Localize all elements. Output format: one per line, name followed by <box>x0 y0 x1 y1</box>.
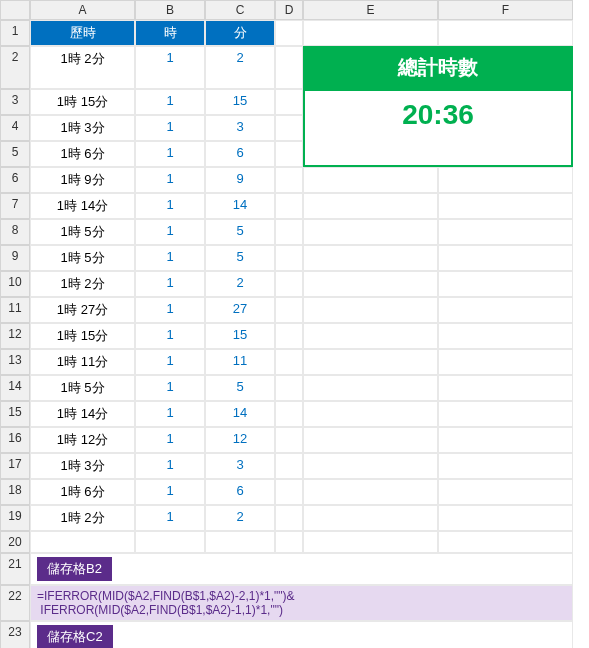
cell-hour[interactable]: 1 <box>135 453 205 479</box>
col-header[interactable]: A <box>30 0 135 20</box>
row-header[interactable]: 10 <box>0 271 30 297</box>
cell-hour[interactable]: 1 <box>135 349 205 375</box>
row-header[interactable]: 9 <box>0 245 30 271</box>
cell-elapsed[interactable]: 1時 5分 <box>30 219 135 245</box>
cell-minute[interactable]: 3 <box>205 115 275 141</box>
row-header[interactable]: 1 <box>0 20 30 46</box>
cell-minute[interactable]: 5 <box>205 245 275 271</box>
col-header[interactable]: D <box>275 0 303 20</box>
cell-minute[interactable]: 5 <box>205 219 275 245</box>
cell-hour[interactable]: 1 <box>135 193 205 219</box>
cell-minute[interactable]: 5 <box>205 375 275 401</box>
cell-minute[interactable]: 6 <box>205 141 275 167</box>
row-header[interactable]: 20 <box>0 531 30 553</box>
cell-hour[interactable]: 1 <box>135 375 205 401</box>
cell-hour[interactable]: 1 <box>135 271 205 297</box>
row-header[interactable]: 21 <box>0 553 30 585</box>
header-hour[interactable]: 時 <box>135 20 205 46</box>
cell-elapsed[interactable]: 1時 11分 <box>30 349 135 375</box>
cell-elapsed[interactable]: 1時 9分 <box>30 167 135 193</box>
cell-elapsed[interactable]: 1時 12分 <box>30 427 135 453</box>
cell-elapsed[interactable]: 1時 5分 <box>30 245 135 271</box>
cell-hour[interactable]: 1 <box>135 401 205 427</box>
cell-elapsed[interactable]: 1時 6分 <box>30 141 135 167</box>
cell-hour[interactable]: 1 <box>135 479 205 505</box>
cell-hour[interactable]: 1 <box>135 323 205 349</box>
total-label[interactable]: 總計時數 <box>303 46 573 89</box>
header-minute[interactable]: 分 <box>205 20 275 46</box>
col-header[interactable]: B <box>135 0 205 20</box>
row-header[interactable]: 14 <box>0 375 30 401</box>
cell-minute[interactable]: 2 <box>205 271 275 297</box>
cell-elapsed[interactable]: 1時 15分 <box>30 323 135 349</box>
row-header[interactable]: 13 <box>0 349 30 375</box>
row-header[interactable]: 22 <box>0 585 30 621</box>
cell-elapsed[interactable]: 1時 27分 <box>30 297 135 323</box>
formula-title: 儲存格B2 <box>37 557 112 581</box>
row-header[interactable]: 16 <box>0 427 30 453</box>
cell-elapsed[interactable]: 1時 3分 <box>30 115 135 141</box>
cell-elapsed[interactable]: 1時 14分 <box>30 193 135 219</box>
cell-minute[interactable]: 12 <box>205 427 275 453</box>
row-header[interactable]: 2 <box>0 46 30 89</box>
total-value[interactable]: 20:36 <box>303 89 573 167</box>
cell-hour[interactable]: 1 <box>135 427 205 453</box>
col-header[interactable]: E <box>303 0 438 20</box>
col-header[interactable]: F <box>438 0 573 20</box>
header-elapsed[interactable]: 歷時 <box>30 20 135 46</box>
cell-hour[interactable]: 1 <box>135 167 205 193</box>
cell-minute[interactable]: 15 <box>205 89 275 115</box>
cell-elapsed[interactable]: 1時 2分 <box>30 46 135 89</box>
row-header[interactable]: 18 <box>0 479 30 505</box>
cell-hour[interactable]: 1 <box>135 219 205 245</box>
cell-hour[interactable]: 1 <box>135 89 205 115</box>
formula-text[interactable]: =IFERROR(MID($A2,FIND(B$1,$A2)-2,1)*1,""… <box>30 585 573 621</box>
cell-hour[interactable]: 1 <box>135 46 205 89</box>
cell-minute[interactable]: 14 <box>205 401 275 427</box>
cell-elapsed[interactable]: 1時 2分 <box>30 505 135 531</box>
row-header[interactable]: 11 <box>0 297 30 323</box>
cell-elapsed[interactable]: 1時 14分 <box>30 401 135 427</box>
row-header[interactable]: 8 <box>0 219 30 245</box>
cell-hour[interactable]: 1 <box>135 115 205 141</box>
row-header[interactable]: 12 <box>0 323 30 349</box>
cell-hour[interactable]: 1 <box>135 297 205 323</box>
row-header[interactable]: 4 <box>0 115 30 141</box>
row-header[interactable]: 23 <box>0 621 30 648</box>
cell-elapsed[interactable]: 1時 2分 <box>30 271 135 297</box>
cell-hour[interactable]: 1 <box>135 141 205 167</box>
col-header[interactable]: C <box>205 0 275 20</box>
cell-minute[interactable]: 14 <box>205 193 275 219</box>
row-header[interactable]: 17 <box>0 453 30 479</box>
row-header[interactable]: 6 <box>0 167 30 193</box>
cell-minute[interactable]: 15 <box>205 323 275 349</box>
cell-elapsed[interactable]: 1時 3分 <box>30 453 135 479</box>
formula-title: 儲存格C2 <box>37 625 113 648</box>
cell-minute[interactable]: 11 <box>205 349 275 375</box>
cell-minute[interactable]: 9 <box>205 167 275 193</box>
cell-minute[interactable]: 6 <box>205 479 275 505</box>
row-header[interactable]: 19 <box>0 505 30 531</box>
cell-minute[interactable]: 3 <box>205 453 275 479</box>
cell-minute[interactable]: 27 <box>205 297 275 323</box>
cell-hour[interactable]: 1 <box>135 245 205 271</box>
cell-elapsed[interactable]: 1時 6分 <box>30 479 135 505</box>
row-header[interactable]: 5 <box>0 141 30 167</box>
row-header[interactable]: 15 <box>0 401 30 427</box>
row-header[interactable]: 3 <box>0 89 30 115</box>
cell-elapsed[interactable]: 1時 15分 <box>30 89 135 115</box>
cell-hour[interactable]: 1 <box>135 505 205 531</box>
cell-minute[interactable]: 2 <box>205 46 275 89</box>
row-header[interactable]: 7 <box>0 193 30 219</box>
cell-elapsed[interactable]: 1時 5分 <box>30 375 135 401</box>
cell-minute[interactable]: 2 <box>205 505 275 531</box>
